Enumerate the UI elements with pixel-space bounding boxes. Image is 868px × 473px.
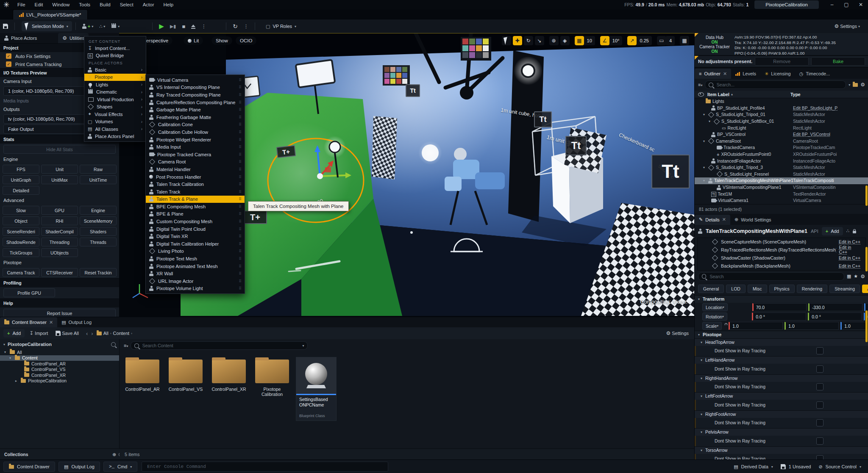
- submenu-item[interactable]: Media Input⠿: [146, 143, 245, 151]
- cb-settings-button[interactable]: Settings: [663, 328, 692, 338]
- checkbox-unchecked[interactable]: [816, 347, 823, 354]
- menu-category[interactable]: Lights›: [84, 81, 146, 89]
- grid-snap-value[interactable]: 10: [584, 36, 595, 45]
- outliner-row[interactable]: ▾ CameraRoot CameraRoot: [695, 138, 868, 145]
- lock-icon[interactable]: [853, 231, 856, 233]
- filter-chip[interactable]: Physics: [769, 285, 795, 293]
- drag-grip-icon[interactable]: ⠿: [239, 85, 241, 89]
- breadcrumb-content[interactable]: Content: [113, 331, 130, 336]
- ocio-dropdown[interactable]: OCIO: [236, 36, 256, 45]
- filter-chip[interactable]: Streaming: [829, 285, 860, 293]
- menu-category[interactable]: All Classes›: [84, 125, 146, 133]
- filter-chip[interactable]: General: [698, 285, 724, 293]
- level-tab[interactable]: LVL_PixotopeVSSample*: [13, 9, 88, 19]
- chevron-down-icon[interactable]: ▾: [849, 83, 850, 87]
- component-row[interactable]: ShadowCaster (ShadowCaster) Edit in C++: [698, 254, 865, 262]
- settings-dropdown[interactable]: Settings▾: [831, 21, 863, 31]
- scale-y-field[interactable]: 1.0: [785, 322, 839, 330]
- stat-button[interactable]: Raw: [80, 165, 117, 174]
- submenu-item[interactable]: Pixotope Animated Text Mesh⠿: [146, 263, 245, 270]
- components-scrollbar[interactable]: [865, 247, 868, 271]
- scale-tool[interactable]: ↘: [535, 36, 544, 45]
- close-button[interactable]: ✕: [854, 0, 868, 9]
- arrow-group-header[interactable]: ▾HeadTopArrow: [695, 338, 868, 346]
- drag-grip-icon[interactable]: ⠿: [239, 205, 241, 209]
- submenu-item[interactable]: URL Image Actor⠿: [146, 277, 245, 285]
- report-issue-button[interactable]: Report Issue: [3, 309, 116, 317]
- stat-button[interactable]: SceneRenderi: [3, 227, 39, 236]
- scale-snap-value[interactable]: 0.25: [637, 36, 651, 45]
- search-icon[interactable]: [111, 342, 116, 347]
- stat-button[interactable]: Threading: [41, 238, 78, 246]
- move-tool[interactable]: ✚: [513, 36, 522, 45]
- details-scrollbar[interactable]: [865, 310, 868, 342]
- edit-in-cpp-link[interactable]: Edit in C++: [839, 240, 860, 244]
- outliner-row[interactable]: ▾ S_StudioLight_Tripod_3 StaticMeshActor: [695, 164, 868, 171]
- component-row[interactable]: SceneCaptureMesh (SceneCaptureMesh) Edit…: [698, 238, 865, 246]
- outliner-row[interactable]: ▾ S_StudioLight_SoftBox_01 StaticMeshAct…: [695, 118, 868, 125]
- selection-mode-dropdown[interactable]: Selection Mode▾: [22, 21, 72, 31]
- submenu-item[interactable]: Ray Traced Compositing Plane⠿: [146, 91, 245, 99]
- menubar-item[interactable]: File: [13, 0, 30, 9]
- checkbox-checked[interactable]: ✓: [6, 53, 11, 59]
- submenu-item[interactable]: Talen Track Calibration⠿: [146, 180, 245, 188]
- menubar-item[interactable]: Actor: [138, 0, 159, 9]
- derived-data-button[interactable]: ▤Derived Data▾: [734, 464, 773, 470]
- revision-options-button[interactable]: ⋮: [241, 21, 251, 31]
- menubar-item[interactable]: Build: [95, 0, 115, 9]
- submenu-item[interactable]: Material Handler⠿: [146, 166, 245, 173]
- add-actor-dropdown[interactable]: +▾: [79, 21, 96, 31]
- content-search-input[interactable]: [142, 343, 300, 349]
- edit-in-cpp-link[interactable]: Edit in C++: [839, 264, 860, 268]
- outliner-row[interactable]: ▾ S_StudioLight_Tripod_01 StaticMeshActo…: [695, 111, 868, 118]
- expand-caret-icon[interactable]: ▾: [4, 350, 8, 354]
- expand-caret-icon[interactable]: ▸: [15, 379, 19, 383]
- stat-button[interactable]: ShadowRende: [3, 238, 39, 246]
- drag-grip-icon[interactable]: ⠿: [239, 122, 241, 127]
- submenu-item[interactable]: Calibration Cone⠿: [146, 121, 245, 129]
- visibility-column-icon[interactable]: [698, 92, 704, 97]
- edit-in-cpp-link[interactable]: Edit in C++: [839, 245, 860, 254]
- expand-caret-icon[interactable]: ▾: [703, 179, 707, 183]
- blueprints-dropdown[interactable]: ∴▾: [96, 21, 108, 31]
- menu-category[interactable]: Cinematic›: [84, 89, 146, 96]
- stat-button[interactable]: Detailed: [3, 186, 39, 195]
- drag-grip-icon[interactable]: ⠿: [239, 182, 241, 186]
- tab-licensing[interactable]: Licensing: [760, 69, 795, 79]
- component-row[interactable]: RayTracedReflectionsMesh (RayTracedRefle…: [698, 246, 865, 254]
- checkbox-unchecked[interactable]: [816, 383, 823, 390]
- profile-gpu-button[interactable]: Profile GPU: [3, 288, 55, 297]
- outliner-search[interactable]: [705, 80, 846, 89]
- component-row[interactable]: BackplaneMesh (BackplaneMesh) Edit in C+…: [698, 262, 865, 270]
- drag-grip-icon[interactable]: ⠿: [239, 257, 241, 261]
- submenu-item[interactable]: XR Wall⠿: [146, 270, 245, 277]
- details-search[interactable]: [698, 272, 844, 281]
- filter-chip[interactable]: Misc: [748, 285, 767, 293]
- text-actor-badge[interactable]: Tt: [565, 136, 587, 155]
- lit-dropdown[interactable]: Lit: [184, 36, 203, 45]
- arrow-group-header[interactable]: ▾TorsoArrow: [695, 446, 868, 454]
- new-folder-icon[interactable]: [853, 83, 858, 87]
- checkbox-unchecked[interactable]: [816, 365, 823, 373]
- location-x-field[interactable]: 70.0: [752, 303, 807, 311]
- tree-item[interactable]: ▾ Content: [0, 355, 119, 361]
- drag-grip-icon[interactable]: ⠿: [239, 152, 241, 157]
- rotation-dropdown[interactable]: Rotation▾: [702, 313, 727, 321]
- blueprint-icon[interactable]: ∴: [846, 228, 849, 234]
- drag-grip-icon[interactable]: ⠿: [239, 167, 241, 171]
- submenu-item[interactable]: Post Process Handler⠿: [146, 173, 245, 181]
- tree-item[interactable]: ControlPanel_AR: [0, 361, 119, 367]
- location-dropdown[interactable]: Location▾: [702, 303, 728, 311]
- api-label[interactable]: API: [811, 229, 818, 234]
- back-icon[interactable]: ‹: [86, 330, 88, 337]
- select-tool[interactable]: [502, 36, 511, 45]
- outliner-row[interactable]: VirtualCamera1 VirtualCamera: [695, 197, 868, 204]
- pixotope-section-header[interactable]: ▾Pixotope: [695, 331, 868, 338]
- text-actor-badge[interactable]: T+: [243, 210, 267, 224]
- stat-button[interactable]: UnitTime: [80, 175, 117, 184]
- viewport-layout-button[interactable]: ▦: [680, 36, 689, 45]
- text-actor-badge[interactable]: Tt: [534, 111, 552, 127]
- camera-speed-value[interactable]: 4: [666, 36, 675, 45]
- stop-button[interactable]: ■: [179, 21, 188, 31]
- checkbox-unchecked[interactable]: [816, 437, 823, 445]
